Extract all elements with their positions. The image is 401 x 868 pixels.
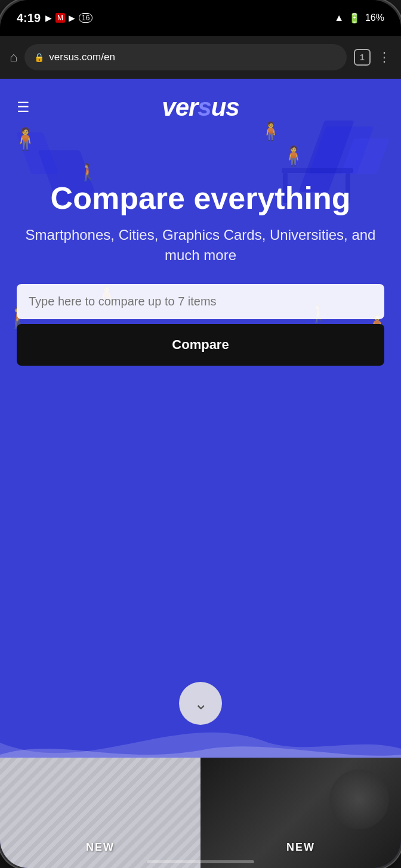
chevron-down-icon: ⌄ (194, 694, 208, 713)
bottom-cards: NEW NEW (0, 758, 401, 868)
wifi-icon: ▲ (334, 13, 344, 23)
compare-button[interactable]: Compare (17, 324, 384, 366)
battery-percentage: 16% (365, 13, 384, 23)
browser-actions: 1 ⋮ (354, 49, 391, 66)
bottom-card-right[interactable]: NEW (200, 758, 401, 868)
hero-section: Compare everything Smartphones, Cities, … (0, 122, 401, 265)
tab-count[interactable]: 1 (354, 49, 371, 66)
status-right: ▲ 🔋 16% (334, 13, 384, 24)
youtube-music-icon: ▶ (69, 13, 75, 23)
search-section: Compare (0, 265, 401, 366)
status-bar: 4:19 ▶ M ▶ 16 ▲ 🔋 16% (0, 0, 401, 36)
notification-count: 16 (79, 13, 92, 23)
hero-subtitle: Smartphones, Cities, Graphics Cards, Uni… (24, 225, 377, 265)
hero-title: Compare everything (24, 181, 377, 215)
status-time: 4:19 (17, 11, 41, 25)
status-left: 4:19 ▶ M ▶ 16 (17, 11, 92, 25)
hamburger-menu[interactable]: ☰ (17, 99, 30, 116)
nav-home-indicator (147, 860, 254, 863)
browser-bar: ⌂ 🔒 versus.com/en 1 ⋮ (0, 36, 401, 79)
battery-icon: 🔋 (348, 13, 360, 24)
card-left-new-badge: NEW (86, 841, 115, 854)
bottom-card-left[interactable]: NEW (0, 758, 200, 868)
status-icons: ▶ M ▶ 16 (45, 13, 92, 23)
home-button[interactable]: ⌂ (10, 50, 17, 65)
url-text: versus.com/en (49, 51, 115, 63)
url-bar[interactable]: 🔒 versus.com/en (24, 44, 347, 70)
lock-icon: 🔒 (34, 52, 44, 62)
gmail-icon: M (55, 13, 65, 23)
scroll-down-button[interactable]: ⌄ (179, 682, 222, 725)
main-content: ☰ versus 🧍 🧍 🚶 🧍 🚶 🧍 🚶 🧍 (0, 79, 401, 868)
phone-frame: 4:19 ▶ M ▶ 16 ▲ 🔋 16% ⌂ 🔒 versus.com/e (0, 0, 401, 868)
search-input-wrapper[interactable] (17, 284, 384, 319)
compare-search-input[interactable] (29, 295, 372, 308)
card-right-new-badge: NEW (286, 841, 315, 854)
youtube-icon: ▶ (45, 13, 52, 23)
browser-menu-button[interactable]: ⋮ (378, 50, 391, 65)
